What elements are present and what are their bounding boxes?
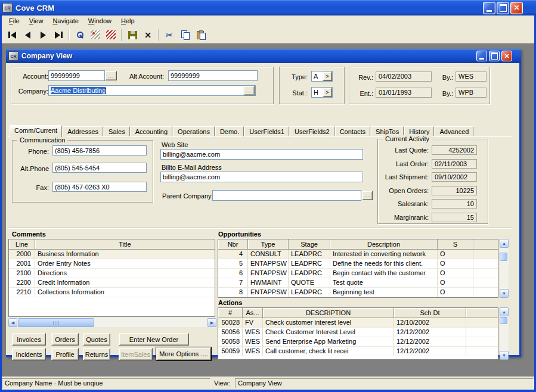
item-sales-button[interactable]: ItemSales	[119, 348, 153, 360]
tab-contacts[interactable]: Contacts	[335, 126, 370, 137]
parent-company-browse-button[interactable]: ...	[362, 191, 373, 200]
column-header[interactable]	[473, 239, 498, 250]
table-row[interactable]: 50059WESCall customer, check lit recei12…	[218, 347, 498, 356]
quotes-button[interactable]: Quotes	[83, 333, 110, 346]
tab-sales[interactable]: Sales	[104, 126, 130, 137]
scroll-up-icon[interactable]: ▲	[500, 239, 509, 248]
menu-navigate[interactable]: Navigate	[48, 16, 83, 26]
table-row[interactable]: 4CONSULTLEADPRCInterested in converting …	[218, 250, 498, 259]
table-row[interactable]: 50058WESSend Enterprise App Marketing12/…	[218, 337, 498, 347]
column-header[interactable]: Line	[9, 239, 35, 250]
incidents-button[interactable]: Incidents	[12, 348, 46, 360]
copy-button[interactable]	[177, 28, 193, 42]
column-header[interactable]: Nbr	[218, 239, 248, 250]
fax-field[interactable]: (805) 457-0263 X0	[52, 182, 147, 192]
scrollbar-thumb[interactable]	[500, 253, 507, 261]
maximize-button[interactable]	[497, 2, 509, 14]
company-browse-button[interactable]: ...	[243, 86, 255, 95]
scroll-right-icon[interactable]: ▶	[207, 318, 216, 327]
table-row[interactable]: 6ENTAPPSWLEADPRCBegin contact with the c…	[218, 269, 498, 278]
filter-gray-button[interactable]	[88, 28, 103, 42]
paste-button[interactable]	[193, 28, 208, 42]
scrollbar-track[interactable]	[500, 316, 509, 351]
scrollbar-track[interactable]	[500, 248, 509, 289]
scrollbar-thumb[interactable]	[18, 318, 94, 327]
scroll-down-icon[interactable]: ▼	[500, 289, 509, 298]
child-close-button[interactable]	[501, 51, 512, 61]
table-row[interactable]: 7HWMAINTQUOTETest quoteO	[218, 278, 498, 288]
table-row[interactable]: 50056WESCheck Customer Interest Level12/…	[218, 328, 498, 337]
close-button[interactable]	[510, 2, 523, 14]
web-site-field[interactable]: billing@aacme.com	[160, 149, 363, 160]
delete-button[interactable]	[140, 28, 156, 42]
table-row[interactable]: 5ENTAPPSWLEADPRCDefine the needs for thi…	[218, 259, 498, 269]
minimize-button[interactable]	[483, 2, 495, 14]
type-spin-button[interactable]: >	[323, 71, 332, 81]
orders-button[interactable]: Orders	[51, 333, 79, 346]
table-row[interactable]: 2000Business Information	[9, 250, 215, 259]
menu-view[interactable]: View	[24, 16, 48, 26]
profile-button[interactable]: Profile	[51, 348, 79, 360]
column-header[interactable]: Stage	[289, 239, 330, 250]
tab-comm-current[interactable]: Comm/Current	[10, 125, 62, 137]
enter-new-order-button[interactable]: Enter New Order	[119, 333, 189, 346]
column-header[interactable]: #	[218, 308, 243, 318]
nav-next-button[interactable]	[35, 28, 51, 42]
table-row[interactable]: 50028FVCheck customer interest level12/1…	[218, 318, 498, 328]
table-row[interactable]: 8ENTAPPSWLEADPRCBeginning testO	[218, 288, 498, 297]
account-field[interactable]: 99999999	[48, 70, 105, 81]
tab-operations[interactable]: Operations	[173, 126, 215, 137]
table-row[interactable]: 2200Credit Information	[9, 278, 215, 288]
column-header[interactable]: Type	[248, 239, 289, 250]
parent-company-field[interactable]	[212, 190, 361, 201]
tab-userfields1[interactable]: UserFields1	[244, 126, 289, 137]
ent-by-label: By.:	[436, 90, 453, 98]
tab-userfields2[interactable]: UserFields2	[290, 126, 334, 137]
table-row[interactable]: 2210Collections Information	[9, 288, 215, 297]
tab-demo-[interactable]: Demo.	[215, 126, 244, 137]
column-header[interactable]: S	[438, 239, 473, 250]
scrollbar-thumb[interactable]	[500, 317, 507, 324]
filter-red-button[interactable]	[103, 28, 119, 42]
account-browse-button[interactable]: ...	[105, 71, 117, 80]
column-header[interactable]: Description	[330, 239, 438, 250]
comments-scrollbar[interactable]: ◀ ▶	[8, 318, 216, 327]
alt-phone-field[interactable]: (805) 545-5454	[52, 163, 147, 173]
phone-field[interactable]: (805) 456-7856	[52, 145, 147, 155]
billto-field[interactable]: billing@aacme.com	[160, 172, 363, 182]
company-view-titlebar: Company View	[6, 49, 521, 63]
table-row[interactable]: 2100Directions	[9, 269, 215, 278]
stat-spin-button[interactable]: >	[323, 88, 332, 97]
search-button[interactable]	[72, 28, 88, 42]
child-minimize-button[interactable]	[476, 51, 487, 61]
scroll-down-icon[interactable]: ▼	[500, 351, 509, 360]
company-field[interactable]: Aacme Distributing	[48, 85, 256, 96]
actions-scrollbar[interactable]: ▲ ▼	[500, 307, 509, 360]
scroll-up-icon[interactable]: ▲	[500, 307, 509, 316]
scrollbar-track[interactable]	[17, 318, 207, 327]
column-header[interactable]: DESCRIPTION	[263, 308, 394, 318]
menu-window[interactable]: Window	[83, 16, 116, 26]
save-button[interactable]	[125, 28, 140, 42]
menu-file[interactable]: File	[4, 16, 24, 26]
invoices-button[interactable]: Invoices	[12, 333, 46, 346]
nav-prev-button[interactable]	[20, 28, 35, 42]
nav-last-button[interactable]	[51, 28, 66, 42]
column-header[interactable]	[466, 308, 498, 318]
cut-button[interactable]	[162, 28, 177, 42]
tab-accounting[interactable]: Accounting	[131, 126, 172, 137]
menu-help[interactable]: Help	[116, 16, 140, 26]
alt-account-field[interactable]: 99999999	[168, 70, 258, 81]
tab-advanced[interactable]: Advanced	[435, 126, 473, 137]
table-row[interactable]: 2001Order Entry Notes	[9, 259, 215, 269]
column-header[interactable]: Sch Dt	[394, 308, 466, 318]
nav-first-button[interactable]	[4, 28, 20, 42]
child-maximize-button[interactable]	[489, 51, 500, 61]
scroll-left-icon[interactable]: ◀	[8, 318, 17, 327]
tab-addresses[interactable]: Addresses	[63, 126, 103, 137]
column-header[interactable]: Title	[35, 239, 215, 250]
returns-button[interactable]: Returns	[83, 348, 110, 360]
opportunities-scrollbar[interactable]: ▲ ▼	[500, 239, 509, 298]
column-header[interactable]: As...	[243, 308, 263, 318]
more-options-button[interactable]: More Options ....	[156, 347, 211, 360]
